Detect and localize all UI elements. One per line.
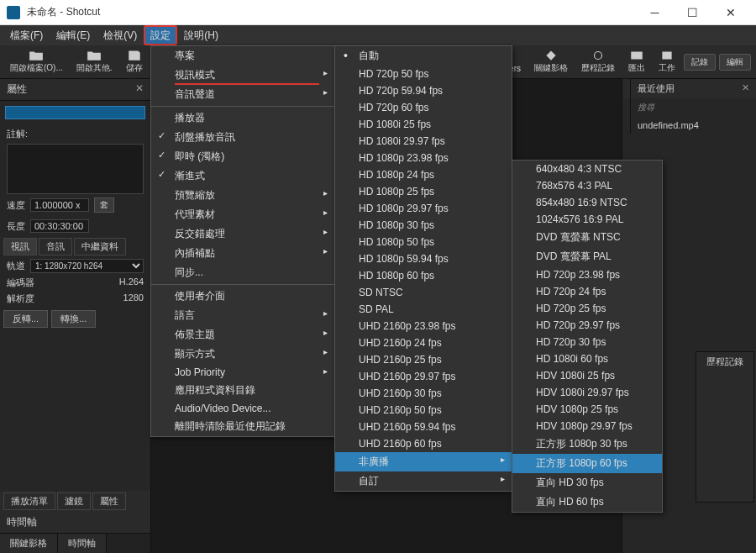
settings-item[interactable]: 語言 xyxy=(151,306,334,325)
recent-file-item[interactable]: undefined.mp4 xyxy=(631,117,756,134)
settings-item[interactable]: 視訊模式 xyxy=(151,66,334,85)
non-broadcast-item[interactable]: 854x480 16:9 NTSC xyxy=(512,194,662,211)
footer-tab-keyframes[interactable]: 關鍵影格 xyxy=(0,534,58,553)
menu-settings[interactable]: 設定 xyxy=(144,25,177,45)
settings-item[interactable]: 代理素材 xyxy=(151,205,334,224)
non-broadcast-item[interactable]: 正方形 1080p 30 fps xyxy=(512,434,662,454)
tab-metadata[interactable]: 中繼資料 xyxy=(74,238,126,255)
length-input[interactable] xyxy=(30,219,89,233)
menu-view[interactable]: 檢視(V) xyxy=(97,25,144,45)
non-broadcast-item[interactable]: 直向 HD 30 fps xyxy=(512,473,662,492)
minimize-button[interactable]: ─ xyxy=(636,0,674,25)
tab-audio[interactable]: 音訊 xyxy=(39,238,72,255)
convert-button[interactable]: 轉換... xyxy=(51,310,96,328)
settings-item[interactable]: 音訊聲道 xyxy=(151,85,334,104)
menu-help[interactable]: 說明(H) xyxy=(177,25,225,45)
settings-item[interactable]: 顯示方式 xyxy=(151,345,334,364)
video-mode-item[interactable]: 自動 xyxy=(335,46,512,66)
non-broadcast-item[interactable]: HD 720p 30 fps xyxy=(512,334,662,350)
jobs-button[interactable]: 工作 xyxy=(654,48,680,76)
close-panel-button[interactable]: ✕ xyxy=(135,82,144,97)
video-mode-item[interactable]: 自訂 xyxy=(335,471,512,491)
video-mode-item[interactable]: UHD 2160p 59.94 fps xyxy=(335,419,512,435)
non-broadcast-item[interactable]: HDV 1080i 29.97 fps xyxy=(512,384,662,401)
video-mode-item[interactable]: UHD 2160p 50 fps xyxy=(335,402,512,419)
video-mode-item[interactable]: HD 1080p 30 fps xyxy=(335,217,512,234)
non-broadcast-item[interactable]: DVD 寬螢幕 PAL xyxy=(512,247,662,266)
settings-item[interactable]: 播放器 xyxy=(151,108,334,128)
non-broadcast-item[interactable]: 正方形 1080p 60 fps xyxy=(512,454,662,473)
video-mode-item[interactable]: UHD 2160p 29.97 fps xyxy=(335,368,512,385)
note-textarea[interactable] xyxy=(7,144,144,194)
non-broadcast-item[interactable]: 768x576 4:3 PAL xyxy=(512,177,662,194)
video-mode-item[interactable]: 非廣播 xyxy=(335,452,512,471)
save-button[interactable]: 儲存 xyxy=(121,48,148,76)
non-broadcast-item[interactable]: HD 720p 24 fps xyxy=(512,283,662,300)
settings-item[interactable]: 預覽縮放 xyxy=(151,186,334,205)
video-mode-item[interactable]: HD 1080i 29.97 fps xyxy=(335,133,512,150)
menu-edit[interactable]: 編輯(E) xyxy=(50,25,97,45)
video-mode-item[interactable]: HD 1080p 23.98 fps xyxy=(335,150,512,166)
video-mode-item[interactable]: HD 720p 60 fps xyxy=(335,99,512,116)
non-broadcast-item[interactable]: HD 720p 29.97 fps xyxy=(512,317,662,334)
non-broadcast-item[interactable]: DVD 寬螢幕 NTSC xyxy=(512,228,662,247)
recent-search[interactable]: 搜尋 xyxy=(631,98,756,117)
video-mode-item[interactable]: HD 1080p 59.94 fps xyxy=(335,250,512,267)
open-file-button[interactable]: 開啟檔案(O)... xyxy=(5,48,68,76)
settings-item[interactable]: 佈景主題 xyxy=(151,325,334,345)
close-recent-button[interactable]: ✕ xyxy=(742,82,749,95)
video-mode-item[interactable]: HD 1080p 25 fps xyxy=(335,183,512,200)
video-mode-item[interactable]: HD 720p 50 fps xyxy=(335,66,512,82)
non-broadcast-item[interactable]: 1024x576 16:9 PAL xyxy=(512,211,662,228)
settings-item[interactable]: 反交錯處理 xyxy=(151,224,334,244)
video-mode-item[interactable]: HD 720p 59.94 fps xyxy=(335,82,512,99)
menu-file[interactable]: 檔案(F) xyxy=(3,25,50,45)
reverse-button[interactable]: 反轉... xyxy=(3,310,48,328)
footer-tab-timeline[interactable]: 時間軸 xyxy=(58,534,107,553)
record-button[interactable]: 記錄 xyxy=(684,54,716,71)
settings-item[interactable]: 漸進式 xyxy=(151,166,334,186)
settings-item[interactable]: 使用者介面 xyxy=(151,287,334,306)
video-mode-item[interactable]: UHD 2160p 30 fps xyxy=(335,385,512,402)
tab-playlist[interactable]: 播放清單 xyxy=(3,492,55,510)
settings-item[interactable]: 即時 (濁格) xyxy=(151,147,334,166)
video-mode-item[interactable]: UHD 2160p 23.98 fps xyxy=(335,318,512,334)
settings-item[interactable]: 專案 xyxy=(151,46,334,66)
video-mode-item[interactable]: HD 1080p 50 fps xyxy=(335,234,512,250)
video-mode-item[interactable]: UHD 2160p 60 fps xyxy=(335,435,512,452)
video-mode-item[interactable]: SD PAL xyxy=(335,301,512,318)
edit-button[interactable]: 編輯 xyxy=(719,54,751,71)
export-button[interactable]: 匯出 xyxy=(623,48,650,76)
settings-item[interactable]: 同步... xyxy=(151,263,334,282)
settings-item[interactable]: 離開時清除最近使用記錄 xyxy=(151,417,334,436)
history-button[interactable]: 歷程記錄 xyxy=(576,48,620,76)
non-broadcast-item[interactable]: HDV 1080p 25 fps xyxy=(512,401,662,418)
tab-filters[interactable]: 濾鏡 xyxy=(57,492,91,510)
non-broadcast-item[interactable]: HDV 1080p 29.97 fps xyxy=(512,418,662,434)
video-mode-item[interactable]: UHD 2160p 24 fps xyxy=(335,334,512,351)
video-mode-item[interactable]: UHD 2160p 25 fps xyxy=(335,351,512,368)
video-mode-item[interactable]: HD 1080i 25 fps xyxy=(335,116,512,133)
video-mode-item[interactable]: HD 1080p 24 fps xyxy=(335,166,512,183)
video-mode-item[interactable]: HD 1080p 60 fps xyxy=(335,267,512,284)
settings-item[interactable]: Job Priority xyxy=(151,364,334,381)
tab-history[interactable]: 歷程記錄 xyxy=(696,351,754,503)
tab-properties[interactable]: 屬性 xyxy=(92,492,126,510)
keyframes-button[interactable]: 關鍵影格 xyxy=(529,48,573,76)
non-broadcast-item[interactable]: HD 720p 23.98 fps xyxy=(512,266,662,283)
non-broadcast-item[interactable]: HD 720p 25 fps xyxy=(512,300,662,317)
track-select[interactable]: 1: 1280x720 h264 xyxy=(30,259,144,273)
non-broadcast-item[interactable]: 640x480 4:3 NTSC xyxy=(512,161,662,177)
video-mode-item[interactable]: HD 1080p 29.97 fps xyxy=(335,200,512,217)
settings-item[interactable]: 應用程式資料目錄 xyxy=(151,381,334,400)
non-broadcast-item[interactable]: HDV 1080i 25 fps xyxy=(512,367,662,384)
open-other-button[interactable]: 開啟其他. xyxy=(71,48,118,76)
tab-video[interactable]: 視訊 xyxy=(3,238,37,255)
non-broadcast-item[interactable]: 直向 HD 60 fps xyxy=(512,492,662,512)
close-button[interactable]: ✕ xyxy=(711,0,749,25)
video-mode-item[interactable]: SD NTSC xyxy=(335,284,512,301)
maximize-button[interactable]: ☐ xyxy=(674,0,711,25)
non-broadcast-item[interactable]: HD 1080i 60 fps xyxy=(512,350,662,367)
settings-item[interactable]: Audio/Video Device... xyxy=(151,400,334,417)
speed-input[interactable] xyxy=(30,198,89,212)
